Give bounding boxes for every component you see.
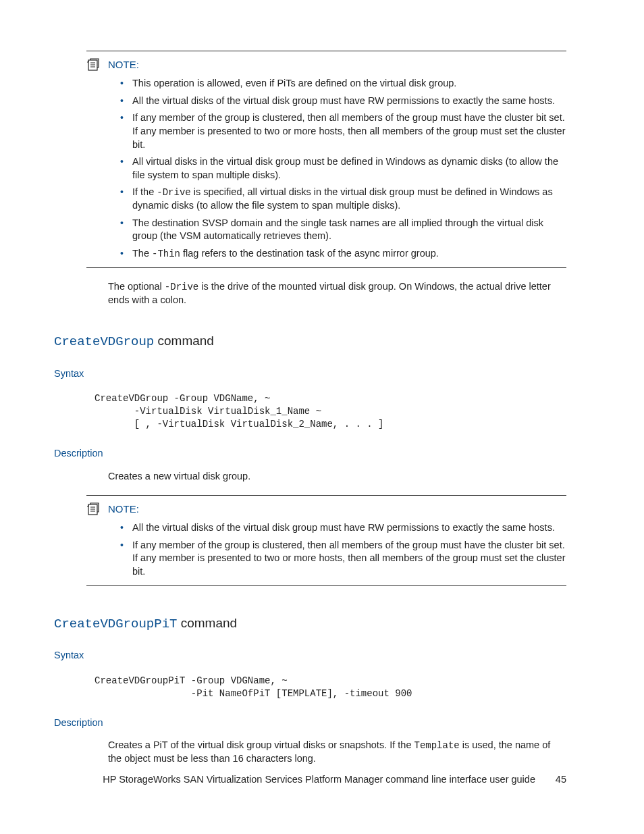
text: Creates a PiT of the virtual disk group … <box>108 739 414 750</box>
description-text: Creates a new virtual disk group. <box>108 470 566 484</box>
code-inline: -Thin <box>152 249 180 259</box>
description-text: Creates a PiT of the virtual disk group … <box>108 739 566 765</box>
syntax-label: Syntax <box>54 649 566 662</box>
command-name: CreateVDGroupPiT <box>54 617 177 631</box>
footer-text: HP StorageWorks SAN Virtualization Servi… <box>103 774 535 785</box>
text: The <box>132 248 152 259</box>
list-item: If the -Drive is specified, all virtual … <box>120 186 566 212</box>
list-item: All the virtual disks of the virtual dis… <box>120 521 566 535</box>
section-heading-createvdgroup: CreateVDGroup command <box>54 332 566 351</box>
syntax-label: Syntax <box>54 367 566 381</box>
command-name: CreateVDGroup <box>54 334 154 349</box>
list-item: The destination SVSP domain and the sing… <box>120 217 566 243</box>
code-inline: Template <box>414 740 459 751</box>
heading-suffix: command <box>177 616 237 630</box>
code-inline: -Drive <box>157 187 190 198</box>
text: is specified, all virtual disks in the v… <box>132 186 553 211</box>
note-label: NOTE: <box>108 502 139 516</box>
heading-suffix: command <box>154 334 214 348</box>
note-label: NOTE: <box>108 58 139 72</box>
list-item: All virtual disks in the virtual disk gr… <box>120 155 566 182</box>
note-block-1: NOTE: This operation is allowed, even if… <box>86 51 566 268</box>
list-item: The -Thin flag refers to the destination… <box>120 247 566 261</box>
divider <box>86 585 566 586</box>
page-footer: HP StorageWorks SAN Virtualization Servi… <box>54 773 566 787</box>
description-label: Description <box>54 447 566 461</box>
syntax-code: CreateVDGroup -Group VDGName, ~ -Virtual… <box>95 392 566 431</box>
section-heading-createvdgrouppit: CreateVDGroupPiT command <box>54 615 566 633</box>
text: The optional <box>108 281 165 292</box>
description-label: Description <box>54 716 566 730</box>
note-block-2: NOTE: All the virtual disks of the virtu… <box>86 495 566 586</box>
divider <box>86 51 566 51</box>
note-list: This operation is allowed, even if PiTs … <box>120 77 566 260</box>
text: flag refers to the destination task of t… <box>180 248 439 259</box>
list-item: This operation is allowed, even if PiTs … <box>120 77 566 90</box>
note-header: NOTE: <box>86 502 566 516</box>
note-list: All the virtual disks of the virtual dis… <box>120 521 566 578</box>
list-item: If any member of the group is clustered,… <box>120 539 566 579</box>
paragraph: The optional -Drive is the drive of the … <box>108 280 566 307</box>
divider <box>86 267 566 268</box>
note-icon <box>86 502 101 516</box>
note-header: NOTE: <box>86 58 566 72</box>
text: If the <box>132 186 157 197</box>
note-icon <box>86 58 101 72</box>
list-item: If any member of the group is clustered,… <box>120 111 566 151</box>
list-item: All the virtual disks of the virtual dis… <box>120 95 566 108</box>
page-number: 45 <box>538 773 566 787</box>
syntax-code: CreateVDGroupPiT -Group VDGName, ~ -Pit … <box>95 675 566 700</box>
divider <box>86 495 566 496</box>
code-inline: -Drive <box>165 282 198 292</box>
